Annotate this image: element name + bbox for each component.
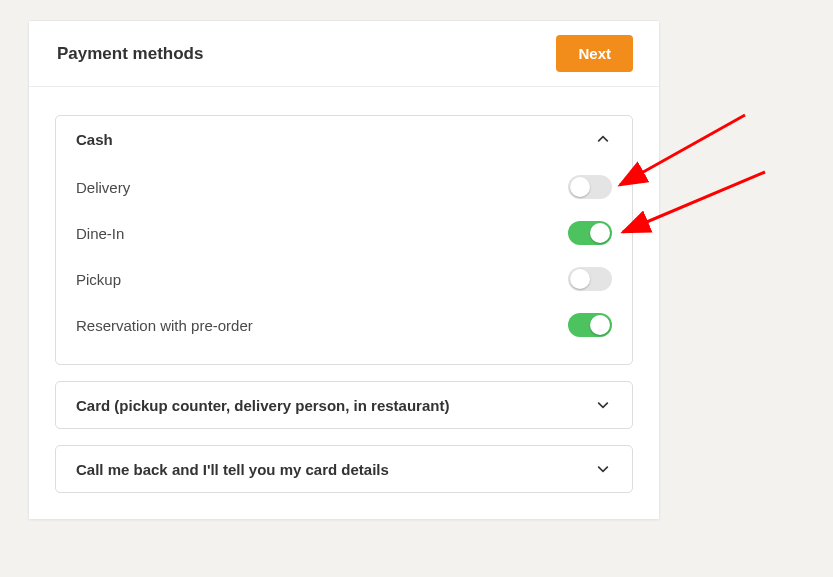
toggle-knob [590,223,610,243]
row-pickup-label: Pickup [76,271,121,288]
row-dinein-label: Dine-In [76,225,124,242]
card-body: Cash Delivery Dine-In [29,87,659,519]
panel-cash-content: Delivery Dine-In Pickup [56,162,632,364]
panel-card-title: Card (pickup counter, delivery person, i… [76,397,449,414]
chevron-up-icon [594,130,612,148]
card-header: Payment methods Next [29,21,659,87]
panel-cash: Cash Delivery Dine-In [55,115,633,365]
toggle-reservation[interactable] [568,313,612,337]
page-title: Payment methods [57,44,203,64]
panel-callback: Call me back and I'll tell you my card d… [55,445,633,493]
panel-card-header[interactable]: Card (pickup counter, delivery person, i… [56,382,632,428]
toggle-knob [590,315,610,335]
row-delivery: Delivery [76,164,612,210]
row-reservation: Reservation with pre-order [76,302,612,348]
panel-callback-title: Call me back and I'll tell you my card d… [76,461,389,478]
toggle-dinein[interactable] [568,221,612,245]
panel-cash-title: Cash [76,131,113,148]
next-button[interactable]: Next [556,35,633,72]
row-pickup: Pickup [76,256,612,302]
toggle-delivery[interactable] [568,175,612,199]
chevron-down-icon [594,460,612,478]
toggle-pickup[interactable] [568,267,612,291]
row-reservation-label: Reservation with pre-order [76,317,253,334]
panel-cash-header[interactable]: Cash [56,116,632,162]
row-delivery-label: Delivery [76,179,130,196]
chevron-down-icon [594,396,612,414]
payment-methods-card: Payment methods Next Cash Delivery Dine [28,20,660,520]
row-dinein: Dine-In [76,210,612,256]
panel-callback-header[interactable]: Call me back and I'll tell you my card d… [56,446,632,492]
toggle-knob [570,177,590,197]
panel-card: Card (pickup counter, delivery person, i… [55,381,633,429]
toggle-knob [570,269,590,289]
